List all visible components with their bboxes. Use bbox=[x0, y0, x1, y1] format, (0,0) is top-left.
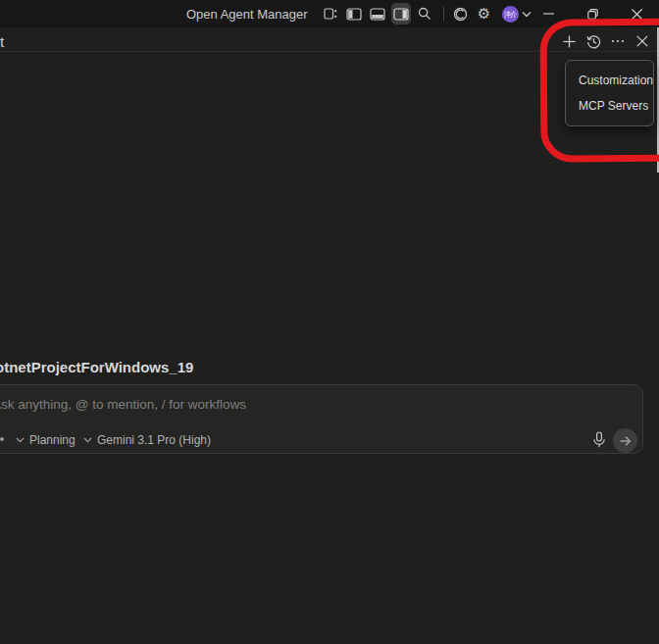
titlebar-divider bbox=[443, 7, 444, 21]
mic-button[interactable] bbox=[588, 428, 610, 452]
avatar: 洋介 bbox=[502, 6, 519, 23]
menu-item-customization[interactable]: Customization bbox=[566, 68, 653, 93]
chat-input[interactable] bbox=[0, 391, 642, 418]
session-title: otnetProjectForWindows_19 bbox=[0, 359, 193, 375]
panel-right-icon bbox=[393, 8, 409, 21]
context-menu: Customization MCP Servers bbox=[565, 60, 654, 126]
minimize-icon bbox=[543, 13, 554, 15]
app-window: Open Agent Manager bbox=[0, 0, 659, 644]
history-button[interactable] bbox=[583, 29, 603, 53]
truncated-icon-fragment bbox=[0, 437, 4, 441]
panel-bottom-icon bbox=[370, 8, 385, 21]
new-chat-button[interactable] bbox=[559, 29, 579, 53]
chevron-down-icon bbox=[83, 437, 92, 443]
settings-button[interactable]: ⚙ bbox=[475, 3, 494, 25]
titlebar: Open Agent Manager bbox=[0, 0, 659, 27]
send-button[interactable] bbox=[613, 428, 637, 453]
panel-left-icon bbox=[346, 8, 362, 21]
copilot-icon bbox=[453, 7, 468, 22]
chevron-down-icon bbox=[16, 437, 25, 443]
truncated-tab-label: t bbox=[0, 33, 4, 50]
more-options-button[interactable] bbox=[608, 29, 628, 53]
toggle-secondary-sidebar-button[interactable] bbox=[391, 3, 411, 25]
close-window-button[interactable] bbox=[615, 0, 659, 27]
search-icon bbox=[418, 7, 431, 21]
toggle-panel-button[interactable] bbox=[368, 3, 387, 25]
close-panel-button[interactable] bbox=[633, 29, 652, 53]
send-arrow-icon bbox=[619, 435, 632, 447]
customize-layout-button[interactable] bbox=[321, 3, 340, 25]
search-button[interactable] bbox=[415, 3, 434, 25]
customize-layout-icon bbox=[324, 7, 337, 21]
close-icon bbox=[632, 9, 642, 20]
titlebar-menu-title[interactable]: Open Agent Manager bbox=[186, 7, 308, 22]
minimize-button[interactable] bbox=[527, 0, 571, 27]
model-selector-label: Gemini 3.1 Pro (High) bbox=[97, 433, 211, 447]
menu-item-mcp-servers[interactable]: MCP Servers bbox=[566, 93, 653, 119]
model-selector[interactable]: Gemini 3.1 Pro (High) bbox=[83, 427, 211, 453]
chat-controls-row: Planning Gemini 3.1 Pro (High) bbox=[0, 427, 659, 453]
mode-selector[interactable]: Planning bbox=[16, 427, 76, 453]
close-icon bbox=[636, 35, 648, 47]
ellipsis-icon bbox=[611, 39, 625, 43]
plus-icon bbox=[563, 35, 576, 48]
toggle-primary-sidebar-button[interactable] bbox=[344, 3, 364, 25]
history-icon bbox=[586, 34, 601, 49]
microphone-icon bbox=[592, 431, 606, 449]
copilot-button[interactable] bbox=[451, 3, 471, 25]
gear-icon: ⚙ bbox=[478, 7, 490, 22]
mode-selector-label: Planning bbox=[29, 433, 76, 447]
restore-icon bbox=[587, 9, 598, 20]
restore-button[interactable] bbox=[571, 0, 615, 27]
